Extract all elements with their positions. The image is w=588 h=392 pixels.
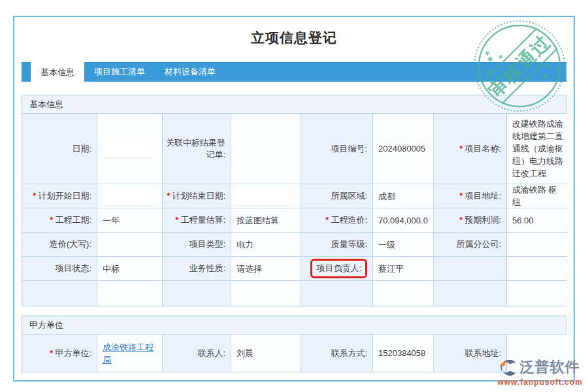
business-nature-label: 业务性质: bbox=[163, 257, 231, 281]
project-manager-text: 蔡江平 bbox=[378, 263, 404, 275]
business-nature-text[interactable]: 请选择 bbox=[237, 263, 262, 275]
empty-label bbox=[434, 281, 507, 306]
project-address-text: 成渝铁路 枢纽 bbox=[512, 184, 564, 208]
contact-person-value: 刘晨 bbox=[231, 335, 301, 372]
contact-phone-value: 1520384058 bbox=[373, 335, 434, 372]
section-basic-info: 基本信息 日期:关联中标结果登记单:项目编号:2024080005*项目名称:改… bbox=[22, 95, 566, 306]
expected-profit-label: *预期利润: bbox=[434, 208, 507, 233]
form-panel: 立项信息登记 基本信息项目施工清单材料设备清单 基本信息 日期:关联中标结果登记… bbox=[13, 16, 575, 382]
required-asterisk: * bbox=[167, 191, 170, 201]
quality-grade-label: 质量等级: bbox=[301, 233, 373, 257]
required-asterisk: * bbox=[459, 191, 463, 201]
project-duration-text: 一年 bbox=[103, 214, 120, 227]
empty-value bbox=[507, 257, 567, 281]
party-a-unit-label: *甲方单位: bbox=[22, 335, 97, 372]
page: 立项信息登记 基本信息项目施工清单材料设备清单 基本信息 日期:关联中标结果登记… bbox=[0, 0, 588, 392]
quantity-estimate-value: 按蓝图结算 bbox=[231, 208, 301, 233]
project-code-label: 项目编号: bbox=[301, 114, 373, 184]
project-code-text: 2024080005 bbox=[378, 142, 425, 155]
project-type-label: 项目类型: bbox=[163, 233, 231, 257]
cost-in-words-label: 造价(大写): bbox=[22, 233, 97, 257]
quantity-estimate-label: *工程量估算: bbox=[163, 208, 231, 233]
basic-info-grid: 日期:关联中标结果登记单:项目编号:2024080005*项目名称:改建铁路成渝… bbox=[22, 114, 566, 306]
section-party-a-header: 甲方单位 bbox=[22, 316, 566, 335]
contact-phone-text: 1520384058 bbox=[378, 347, 425, 359]
required-asterisk: * bbox=[33, 191, 36, 201]
tab-0-active[interactable]: 基本信息 bbox=[31, 60, 84, 84]
region-value: 成都 bbox=[373, 184, 434, 208]
required-asterisk: * bbox=[459, 215, 463, 225]
project-cost-text: 70,094,000.0 bbox=[378, 214, 428, 227]
contact-person-text: 刘晨 bbox=[237, 347, 253, 359]
empty-label bbox=[301, 281, 373, 306]
project-type-text: 电力 bbox=[237, 238, 253, 251]
fanpu-logo-text: 泛普软件 bbox=[519, 357, 580, 377]
expected-profit-value: 56.00 bbox=[507, 208, 567, 233]
required-asterisk: * bbox=[175, 215, 178, 225]
fanpu-logo-url: www.fanpusoft.com bbox=[497, 378, 583, 387]
plan-end-date-label: *计划结束日期: bbox=[163, 184, 231, 208]
contact-phone-label: 联系方式: bbox=[301, 335, 373, 372]
cost-in-words-value bbox=[97, 233, 163, 257]
tab-2[interactable]: 材料设备清单 bbox=[155, 62, 225, 82]
project-cost-label: *工程造价: bbox=[301, 208, 373, 233]
contact-person-label: 联系人: bbox=[163, 335, 231, 372]
empty-value bbox=[507, 281, 567, 306]
party-a-grid: *甲方单位:成渝铁路工程局联系人:刘晨联系方式:1520384058联系地址: bbox=[22, 335, 566, 372]
empty-label bbox=[22, 281, 97, 306]
region-text: 成都 bbox=[378, 190, 395, 203]
plan-end-date-input[interactable] bbox=[237, 188, 289, 205]
fanpu-logo: 泛普软件 www.fanpusoft.com bbox=[497, 357, 583, 387]
plan-start-date-value bbox=[97, 184, 163, 208]
project-status-text: 中标 bbox=[103, 263, 120, 275]
project-name-text: 改建铁路成渝线增建第二直通线（成渝枢纽）电力线路迁改工程 bbox=[512, 118, 564, 180]
related-bid-result-label: 关联中标结果登记单: bbox=[163, 114, 231, 184]
empty-label bbox=[434, 257, 507, 281]
project-cost-value: 70,094,000.0 bbox=[373, 208, 434, 233]
required-asterisk: * bbox=[325, 215, 329, 225]
tab-1[interactable]: 项目施工清单 bbox=[84, 62, 155, 82]
date-label: 日期: bbox=[22, 114, 97, 184]
project-manager-value: 蔡江平 bbox=[373, 257, 434, 281]
expected-profit-text: 56.00 bbox=[512, 214, 534, 227]
quality-grade-value: 一级 bbox=[373, 233, 434, 257]
project-status-value: 中标 bbox=[97, 257, 163, 281]
tab-bar: 基本信息项目施工清单材料设备清单 bbox=[22, 62, 566, 82]
project-name-value: 改建铁路成渝线增建第二直通线（成渝枢纽）电力线路迁改工程 bbox=[507, 114, 567, 184]
required-asterisk: * bbox=[50, 348, 53, 358]
page-title: 立项信息登记 bbox=[14, 29, 574, 47]
required-asterisk: * bbox=[50, 215, 53, 225]
empty-value bbox=[231, 281, 301, 306]
project-manager-label: 项目负责人: bbox=[301, 257, 373, 281]
related-bid-result-value bbox=[231, 114, 301, 184]
section-basic-header: 基本信息 bbox=[22, 95, 566, 114]
empty-label bbox=[163, 281, 231, 306]
branch-company-label: 所属分公司: bbox=[434, 233, 507, 257]
section-party-a: 甲方单位 *甲方单位:成渝铁路工程局联系人:刘晨联系方式:1520384058联… bbox=[22, 316, 566, 372]
project-address-label: *项目地址: bbox=[434, 184, 507, 208]
date-value bbox=[97, 114, 163, 184]
project-duration-label: *工程工期: bbox=[22, 208, 97, 233]
plan-start-date-input[interactable] bbox=[103, 188, 152, 205]
project-type-value: 电力 bbox=[231, 233, 301, 257]
quantity-estimate-text: 按蓝图结算 bbox=[237, 214, 279, 227]
business-nature-value: 请选择 bbox=[231, 257, 301, 281]
party-a-unit-value: 成渝铁路工程局 bbox=[97, 335, 163, 372]
branch-company-value bbox=[507, 233, 567, 257]
required-asterisk: * bbox=[459, 144, 463, 154]
highlight-box: 项目负责人: bbox=[310, 259, 367, 278]
project-status-label: 项目状态: bbox=[22, 257, 97, 281]
project-name-label: *项目名称: bbox=[434, 114, 507, 184]
date-input[interactable] bbox=[103, 140, 152, 157]
project-code-value: 2024080005 bbox=[373, 114, 434, 184]
empty-value bbox=[373, 281, 434, 306]
plan-start-date-label: *计划开始日期: bbox=[22, 184, 97, 208]
project-duration-value: 一年 bbox=[97, 208, 163, 233]
project-address-value: 成渝铁路 枢纽 bbox=[507, 184, 567, 208]
region-label: 所属区域: bbox=[301, 184, 373, 208]
party-a-unit-link[interactable]: 成渝铁路工程局 bbox=[103, 341, 159, 366]
empty-value bbox=[97, 281, 163, 306]
quality-grade-text: 一级 bbox=[378, 238, 395, 251]
fanpu-logo-icon bbox=[497, 358, 517, 376]
contact-address-label: 联系地址: bbox=[434, 335, 507, 372]
